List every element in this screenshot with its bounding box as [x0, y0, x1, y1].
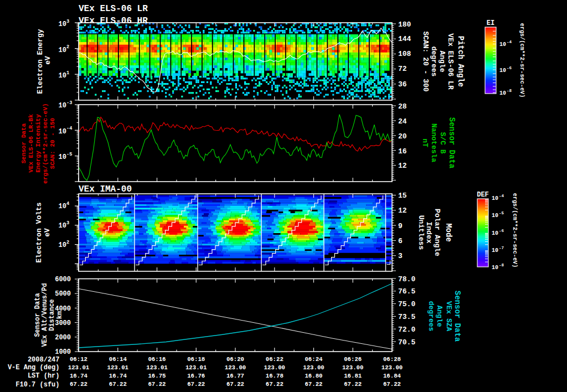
svg-text:Electron Energy: Electron Energy: [36, 29, 44, 94]
svg-text:degrees: degrees: [430, 47, 438, 77]
svg-text:10: 10: [492, 195, 498, 202]
svg-text:10: 10: [492, 213, 498, 219]
svg-text:16.84: 16.84: [383, 373, 401, 379]
svg-text:Sensor Data: Sensor Data: [447, 117, 456, 169]
svg-text:10: 10: [59, 153, 66, 161]
svg-text:10: 10: [59, 102, 66, 110]
svg-text:67.22: 67.22: [226, 381, 244, 388]
svg-text:12: 12: [398, 162, 407, 170]
svg-text:-4: -4: [507, 40, 512, 44]
svg-text:2: 2: [66, 240, 69, 245]
svg-text:ergs/(cm**2-sr-sec-eV): ergs/(cm**2-sr-sec-eV): [512, 193, 518, 268]
svg-text:1: 1: [66, 70, 69, 76]
svg-text:12: 12: [398, 207, 407, 215]
svg-text:Index: Index: [425, 221, 433, 243]
svg-text:10: 10: [499, 90, 506, 96]
svg-text:VEx SZA: VEx SZA: [445, 301, 453, 332]
svg-text:Angle: Angle: [438, 50, 446, 72]
svg-text:16.75: 16.75: [148, 373, 166, 379]
svg-text:15: 15: [398, 192, 407, 200]
svg-text:06:26: 06:26: [344, 356, 362, 363]
svg-text:16.74: 16.74: [70, 373, 88, 379]
svg-text:10: 10: [59, 241, 66, 249]
svg-text:S/C B: S/C B: [439, 132, 447, 153]
svg-text:-6: -6: [507, 66, 512, 70]
svg-text:ergs/(cm**2-sr-sec-eV): ergs/(cm**2-sr-sec-eV): [519, 23, 525, 98]
svg-text:-8: -8: [507, 89, 512, 93]
svg-text:4: 4: [66, 201, 69, 207]
svg-text:2008/247: 2008/247: [28, 356, 60, 364]
svg-text:Sensor Data: Sensor Data: [34, 293, 42, 337]
svg-text:VEx Alt/Venus/Pd: VEx Alt/Venus/Pd: [41, 283, 49, 347]
svg-text:6: 6: [398, 237, 403, 245]
svg-text:123.00: 123.00: [225, 364, 246, 371]
svg-text:06:22: 06:22: [266, 356, 284, 363]
svg-text:10: 10: [59, 128, 66, 136]
svg-text:10: 10: [59, 47, 66, 54]
svg-text:V-E Ang (deg): V-E Ang (deg): [8, 364, 60, 372]
svg-text:16.76: 16.76: [187, 373, 205, 379]
svg-text:-5: -5: [499, 211, 504, 215]
svg-text:10: 10: [59, 222, 66, 230]
svg-text:10: 10: [59, 203, 66, 210]
svg-text:144: 144: [398, 35, 411, 43]
svg-text:20: 20: [398, 132, 407, 141]
svg-text:16.74: 16.74: [109, 373, 127, 379]
svg-text:Energy Intensity: Energy Intensity: [35, 114, 42, 173]
svg-text:123.01: 123.01: [146, 364, 167, 371]
svg-text:3000: 3000: [55, 319, 71, 327]
svg-text:72: 72: [398, 65, 407, 73]
svg-text:3: 3: [66, 220, 69, 226]
svg-text:06:16: 06:16: [148, 356, 166, 363]
svg-text:10: 10: [499, 42, 506, 48]
svg-text:VEx ELS-06 HR: VEx ELS-06 HR: [79, 16, 148, 26]
svg-text:10: 10: [59, 72, 66, 80]
svg-text:123.00: 123.00: [342, 364, 363, 371]
svg-text:Distance: Distance: [48, 299, 56, 331]
svg-text:SCAN: 20 - 150: SCAN: 20 - 150: [49, 118, 56, 169]
svg-text:67.22: 67.22: [266, 381, 284, 388]
svg-text:-4: -4: [66, 126, 72, 131]
svg-text:VEx IMA-00: VEx IMA-00: [79, 184, 132, 194]
svg-text:06:18: 06:18: [187, 356, 205, 363]
svg-text:Sensor Data: Sensor Data: [453, 291, 462, 342]
svg-text:ergs/(cm**2-sr-sec-eV): ergs/(cm**2-sr-sec-eV): [42, 103, 49, 183]
svg-text:nT: nT: [421, 138, 429, 147]
svg-text:eV: eV: [44, 56, 52, 65]
svg-text:SCAN: 20 - 300: SCAN: 20 - 300: [421, 31, 430, 91]
svg-text:-8: -8: [499, 263, 504, 267]
svg-text:06:12: 06:12: [70, 356, 87, 363]
svg-text:-7: -7: [499, 246, 504, 250]
svg-text:10: 10: [492, 265, 498, 271]
svg-text:123.01: 123.01: [68, 364, 89, 371]
svg-text:6000: 6000: [55, 276, 71, 283]
svg-text:123.00: 123.00: [264, 364, 285, 371]
svg-text:75.0: 75.0: [398, 300, 415, 308]
svg-text:Pitch Angle: Pitch Angle: [456, 36, 465, 87]
svg-text:36: 36: [398, 80, 407, 89]
svg-text:67.22: 67.22: [70, 381, 87, 388]
svg-text:EI: EI: [487, 19, 494, 27]
svg-text:78.0: 78.0: [398, 275, 415, 283]
svg-text:LST (hr): LST (hr): [28, 372, 60, 380]
svg-text:VEx ELS-06 LR: VEx ELS-06 LR: [79, 4, 148, 14]
svg-text:-5: -5: [66, 152, 72, 157]
svg-text:Nanotesla: Nanotesla: [430, 123, 438, 162]
svg-text:10: 10: [492, 247, 498, 254]
svg-text:5000: 5000: [55, 290, 71, 298]
svg-text:24: 24: [398, 117, 407, 126]
svg-text:70.5: 70.5: [398, 338, 415, 347]
svg-text:Electron Volts: Electron Volts: [35, 202, 43, 262]
svg-text:06:14: 06:14: [109, 356, 127, 363]
svg-text:-4: -4: [499, 194, 504, 198]
svg-text:73.5: 73.5: [398, 313, 415, 321]
svg-text:-6: -6: [499, 229, 504, 233]
svg-text:DEF: DEF: [477, 191, 489, 199]
svg-text:123.01: 123.01: [185, 364, 207, 371]
svg-text:3: 3: [66, 19, 69, 24]
svg-text:123.00: 123.00: [382, 364, 403, 371]
svg-text:67.22: 67.22: [305, 381, 322, 388]
svg-text:67.22: 67.22: [383, 381, 401, 388]
svg-text:123.00: 123.00: [303, 364, 324, 371]
svg-text:Polar Angle: Polar Angle: [433, 209, 441, 256]
